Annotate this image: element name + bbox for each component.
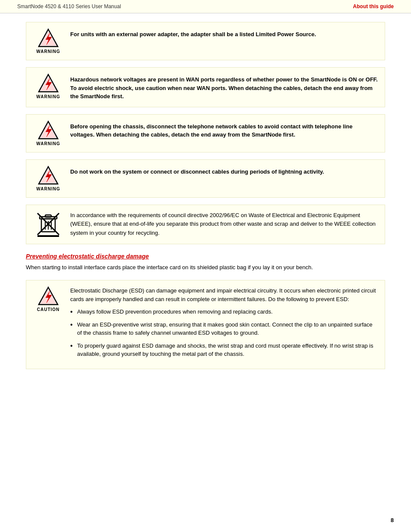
warning-triangle-icon-2 — [38, 121, 59, 140]
warning-label-0: WARNING — [36, 49, 60, 54]
warning-label-3: WARNING — [36, 187, 60, 191]
svg-rect-20 — [37, 235, 59, 237]
caution-content: Electrostatic Discharge (ESD) can damage… — [70, 286, 378, 363]
guide-label: About this guide — [353, 3, 394, 9]
caution-bullet-2: To properly guard against ESD damage and… — [70, 342, 378, 358]
caution-intro-text: Electrostatic Discharge (ESD) can damage… — [70, 286, 378, 303]
warning-text-3: Do not work on the system or connect or … — [70, 166, 324, 176]
warning-icon-area-1: WARNING — [33, 74, 63, 99]
manual-title: SmartNode 4520 & 4110 Series User Manual — [17, 3, 121, 9]
page-header: SmartNode 4520 & 4110 Series User Manual… — [0, 0, 411, 13]
warning-blocks: WARNING For units with an external power… — [26, 22, 385, 198]
warning-text-0: For units with an external power adapter… — [70, 28, 316, 39]
warning-label-2: WARNING — [36, 141, 60, 146]
warning-triangle-icon-1 — [38, 74, 59, 93]
caution-triangle-icon — [38, 286, 59, 305]
warning-block-1: WARNING Hazardous network voltages are p… — [26, 67, 385, 107]
caution-bullet-1: Wear an ESD-preventive wrist strap, ensu… — [70, 320, 378, 337]
warning-text-2: Before opening the chassis, disconnect t… — [70, 121, 378, 139]
warning-triangle-icon-0 — [38, 28, 59, 47]
page-number: 8 — [391, 517, 394, 523]
warning-block-3: WARNING Do not work on the system or con… — [26, 159, 385, 198]
esd-section-heading: Preventing electrostatic discharge damag… — [26, 253, 385, 260]
warning-block-2: WARNING Before opening the chassis, disc… — [26, 114, 385, 152]
weee-icon — [35, 211, 61, 237]
warning-icon-area-0: WARNING — [33, 28, 63, 54]
warning-label-1: WARNING — [36, 94, 60, 99]
warning-icon-area-3: WARNING — [33, 166, 63, 191]
weee-icon-area — [33, 211, 63, 237]
caution-label: CAUTION — [37, 307, 60, 312]
main-content: WARNING For units with an external power… — [0, 13, 411, 386]
warning-triangle-icon-3 — [38, 166, 59, 185]
caution-bullet-0: Always follow ESD prevention procedures … — [70, 308, 378, 316]
caution-icon-area: CAUTION — [33, 286, 63, 312]
warning-icon-area-2: WARNING — [33, 121, 63, 146]
warning-text-1: Hazardous network voltages are present i… — [70, 74, 378, 101]
caution-list: Always follow ESD prevention procedures … — [70, 308, 378, 358]
warning-block-0: WARNING For units with an external power… — [26, 22, 385, 60]
weee-block: In accordance with the requirements of c… — [26, 205, 385, 244]
svg-rect-14 — [45, 215, 51, 217]
esd-intro: When starting to install interface cards… — [26, 263, 385, 272]
caution-block: CAUTION Electrostatic Discharge (ESD) ca… — [26, 280, 385, 369]
weee-text: In accordance with the requirements of c… — [70, 211, 378, 238]
